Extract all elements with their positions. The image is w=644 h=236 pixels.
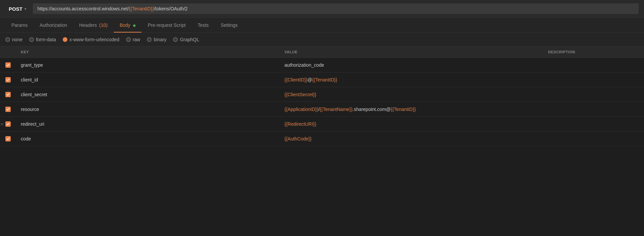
table-row: client_secret {{ClientSecret}}: [0, 87, 644, 102]
body-type-raw[interactable]: raw: [126, 37, 141, 42]
row-key: resource: [16, 103, 280, 115]
body-type-binary[interactable]: binary: [147, 37, 166, 42]
table-row: code {{AuthCode}}: [0, 131, 644, 146]
checkbox-checked[interactable]: [5, 92, 11, 97]
tab-params[interactable]: Params: [5, 18, 34, 33]
tab-tests[interactable]: Tests: [192, 18, 215, 33]
row-description: [543, 106, 644, 113]
row-key: client_secret: [16, 88, 280, 101]
params-table: KEY VALUE DESCRIPTION grant_type authori…: [0, 47, 644, 146]
url-input[interactable]: https://accounts.accesscontrol.windows.n…: [33, 3, 639, 14]
row-value: {{AuthCode}}: [280, 133, 543, 145]
table-row: grant_type authorization_code: [0, 58, 644, 72]
row-checkbox[interactable]: [0, 59, 16, 71]
table-row: client_id {{ClientID}}@{{TenantID}}: [0, 72, 644, 87]
url-suffix: /tokens/OAuth/2: [154, 6, 187, 11]
row-key: redirect_uri: [16, 118, 280, 130]
col-header-description: DESCRIPTION: [543, 47, 644, 57]
row-checkbox[interactable]: [0, 88, 16, 101]
row-description: [543, 76, 644, 83]
radio-form-data: [29, 37, 34, 42]
row-description: [543, 135, 644, 142]
headers-badge: (10): [99, 22, 108, 28]
body-type-form-data[interactable]: form-data: [29, 37, 56, 42]
row-key: grant_type: [16, 59, 280, 71]
method-label: POST: [9, 6, 22, 12]
url-template-part: {{TenantID}}: [129, 6, 154, 11]
checkbox-checked[interactable]: [5, 77, 11, 82]
radio-urlencoded: [63, 37, 67, 42]
checkbox-checked[interactable]: [5, 107, 11, 112]
row-value: {{ApplicationID}}/{{TenantName}}.sharepo…: [280, 103, 543, 115]
row-description: [543, 91, 644, 98]
url-bar: POST ▾ https://accounts.accesscontrol.wi…: [0, 0, 644, 18]
tab-prerequest[interactable]: Pre-request Script: [142, 18, 192, 33]
body-type-urlencoded[interactable]: x-www-form-urlencoded: [63, 37, 119, 42]
row-checkbox[interactable]: [0, 103, 16, 115]
row-checkbox[interactable]: [0, 74, 16, 86]
tab-headers[interactable]: Headers (10): [73, 18, 114, 33]
body-type-none[interactable]: none: [5, 37, 22, 42]
radio-graphql: [173, 37, 178, 42]
radio-binary: [147, 37, 152, 42]
col-header-key: KEY: [16, 47, 280, 57]
table-header: KEY VALUE DESCRIPTION: [0, 47, 644, 58]
body-type-graphql[interactable]: GraphQL: [173, 37, 199, 42]
row-value: {{RedirectURI}}: [280, 118, 543, 130]
col-header-value: VALUE: [280, 47, 543, 57]
drag-handle-icon: ≡: [1, 121, 3, 126]
url-prefix: https://accounts.accesscontrol.windows.n…: [38, 6, 129, 11]
row-key: client_id: [16, 74, 280, 86]
tab-settings[interactable]: Settings: [215, 18, 244, 33]
row-value: {{ClientSecret}}: [280, 88, 543, 101]
row-checkbox[interactable]: ≡: [0, 118, 16, 130]
table-row: ≡ redirect_uri {{RedirectURI}}: [0, 117, 644, 131]
body-type-selector: none form-data x-www-form-urlencoded raw…: [0, 33, 644, 47]
row-value: {{ClientID}}@{{TenantID}}: [280, 74, 543, 86]
col-header-checkbox: [0, 47, 16, 57]
row-value: authorization_code: [280, 59, 543, 71]
checkbox-checked[interactable]: [5, 136, 11, 141]
method-selector[interactable]: POST ▾: [5, 4, 30, 14]
row-checkbox[interactable]: [0, 133, 16, 145]
checkbox-checked[interactable]: [5, 62, 11, 68]
checkbox-checked[interactable]: [5, 121, 11, 127]
row-key: code: [16, 133, 280, 145]
row-description: [543, 121, 644, 127]
radio-none: [5, 37, 10, 42]
row-description: [543, 62, 644, 68]
radio-raw: [126, 37, 131, 42]
body-active-dot: [133, 24, 136, 27]
tab-body[interactable]: Body: [114, 18, 142, 33]
tabs-bar: Params Authorization Headers (10) Body P…: [0, 18, 644, 33]
table-row: resource {{ApplicationID}}/{{TenantName}…: [0, 102, 644, 117]
tab-authorization[interactable]: Authorization: [34, 18, 73, 33]
method-chevron: ▾: [24, 7, 26, 11]
